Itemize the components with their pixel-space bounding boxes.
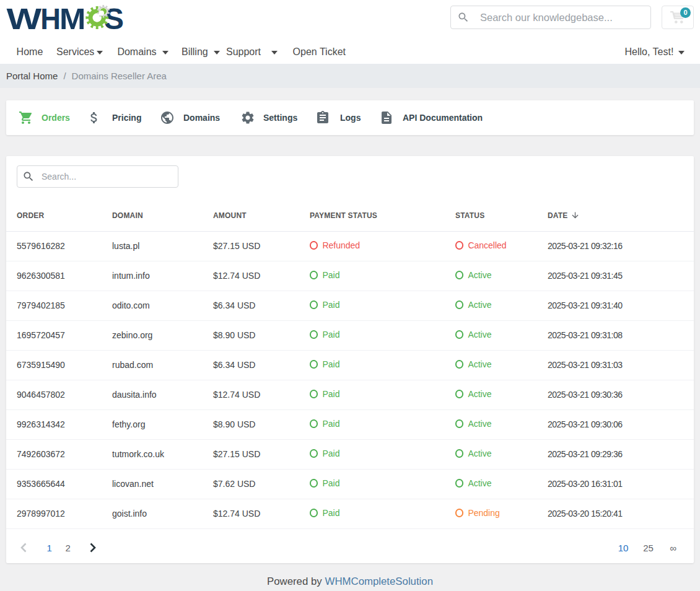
svg-text:W: W (6, 2, 42, 34)
svg-text:H: H (40, 2, 61, 34)
svg-text:M: M (59, 2, 85, 34)
